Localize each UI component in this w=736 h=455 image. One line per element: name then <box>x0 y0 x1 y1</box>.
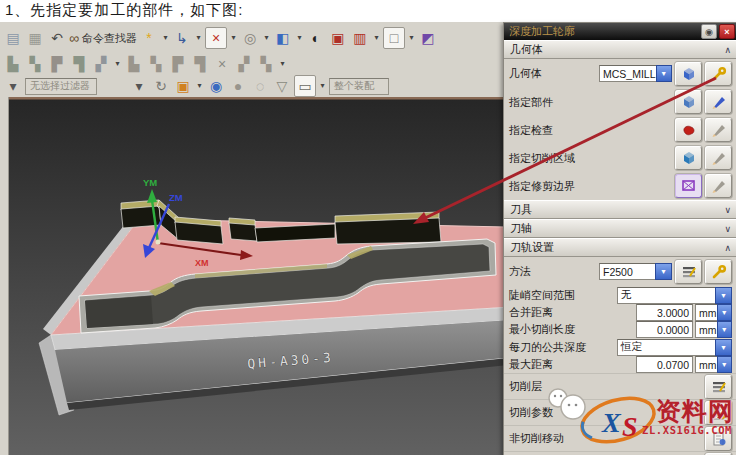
rect-select-icon[interactable]: ▭ <box>294 75 316 97</box>
visualize-dropdown[interactable]: ▾ <box>161 28 170 48</box>
save-icon[interactable]: ▦ <box>25 28 45 48</box>
view-window-icon[interactable]: × <box>205 27 227 49</box>
mill-op-1-icon[interactable]: ▙ <box>124 54 144 74</box>
merge-distance-field[interactable]: 3.0000 <box>636 304 693 321</box>
assembly-icon[interactable]: ▥ <box>350 28 370 48</box>
display-cut-area-button[interactable] <box>705 146 732 170</box>
chevron-down-icon[interactable]: ▼ <box>655 263 672 280</box>
row2-dropdown-1[interactable]: ▾ <box>113 54 122 74</box>
expand-icon[interactable]: ∨ <box>724 224 731 234</box>
edit-object-icon[interactable]: ▙ <box>3 54 23 74</box>
chevron-down-icon[interactable]: ▼ <box>717 304 733 321</box>
render-style-icon[interactable]: ◐ <box>306 28 326 48</box>
edit-geometry-button[interactable] <box>675 62 702 86</box>
mill-op-5-icon[interactable]: ▞ <box>234 54 254 74</box>
rect-select-dropdown[interactable]: ▾ <box>318 76 327 96</box>
cut-operation-icon[interactable]: ▚ <box>25 54 45 74</box>
edit-method-button[interactable] <box>675 260 702 284</box>
delete-op-icon[interactable]: × <box>212 54 232 74</box>
type-filter-dropdown[interactable]: ▾ <box>3 76 23 96</box>
viewport-3d[interactable]: QH-A30-3 XM YM ZM <box>8 97 506 455</box>
undo-icon[interactable]: ↶ <box>47 28 67 48</box>
watermark: X S 资料网 ZL.XS161G.COM <box>540 380 736 455</box>
dialog-title-bar[interactable]: 深度加工轮廓 ◉ × <box>504 23 736 40</box>
merge-distance-field-unit-combo[interactable]: mm▼ <box>693 304 732 321</box>
red-block-icon[interactable]: ▣ <box>328 28 348 48</box>
move-face-icon-glyph: ◩ <box>421 31 434 45</box>
command-finder-button[interactable]: ∞命令查找器 <box>69 28 137 48</box>
section-tool[interactable]: 刀具∨ <box>504 200 736 219</box>
view-dropdown[interactable]: ▾ <box>295 28 304 48</box>
view-window-dropdown[interactable]: ▾ <box>229 28 238 48</box>
selection-scope-field[interactable]: 整个装配 <box>329 78 389 95</box>
new-method-icon <box>710 264 728 280</box>
mill-op-2-icon[interactable]: ▚ <box>146 54 166 74</box>
display-check-button[interactable] <box>705 118 732 142</box>
snap-point-icon[interactable]: ▣ <box>173 76 193 96</box>
max-distance-field-unit-combo[interactable]: mm▼ <box>693 356 732 373</box>
specify-part-row-label: 指定部件 <box>509 95 672 110</box>
geometry-combo-select[interactable]: MCS_MILL▼ <box>599 65 672 82</box>
mill-op-4-icon[interactable]: ▜ <box>190 54 210 74</box>
chevron-down-icon[interactable]: ▼ <box>717 321 733 338</box>
display-part-button[interactable] <box>705 90 732 114</box>
expand-icon[interactable]: ∨ <box>724 205 731 215</box>
collapse-icon[interactable]: ∧ <box>724 45 731 55</box>
datum-icon[interactable]: ↳ <box>172 28 192 48</box>
row2-dropdown-2[interactable]: ▾ <box>278 54 287 74</box>
section-tool-axis[interactable]: 刀轴∨ <box>504 219 736 238</box>
scope-dropdown[interactable]: ▾ <box>129 76 149 96</box>
lasso-icon[interactable]: ◌ <box>250 76 270 96</box>
new-geometry-button[interactable] <box>705 62 732 86</box>
mill-op-3-icon[interactable]: ▛ <box>168 54 188 74</box>
dialog-options-icon[interactable]: ◉ <box>701 24 717 39</box>
curve-dropdown[interactable]: ▾ <box>262 28 271 48</box>
close-icon[interactable]: × <box>719 24 735 39</box>
snap-dropdown[interactable]: ▾ <box>195 76 204 96</box>
blank-view-dropdown[interactable]: ▾ <box>407 28 416 48</box>
min-cut-length-field[interactable]: 0.0000 <box>636 321 693 338</box>
max-distance-field[interactable]: 0.0700 <box>636 356 693 373</box>
snap-dropdown-glyph: ▾ <box>197 82 201 90</box>
curve-icon[interactable]: ◎ <box>240 28 260 48</box>
select-trim-boundary-button[interactable] <box>675 174 702 198</box>
mill-op-2-icon-glyph: ▚ <box>151 57 162 71</box>
collapse-icon[interactable]: ∧ <box>724 243 731 253</box>
mill-op-6-icon[interactable]: ▚ <box>256 54 276 74</box>
chevron-down-icon[interactable]: ▼ <box>717 356 733 373</box>
chevron-down-icon[interactable]: ▼ <box>715 287 732 304</box>
method-combo-select[interactable]: F2500▼ <box>599 263 672 280</box>
visualize-icon[interactable]: * <box>139 28 159 48</box>
axis-x-label: XM <box>195 258 209 268</box>
select-cut-area-button[interactable] <box>675 146 702 170</box>
generate-toolpath-icon[interactable]: ▞ <box>91 54 111 74</box>
assembly-dropdown[interactable]: ▾ <box>372 28 381 48</box>
section-geometry[interactable]: 几何体∧ <box>504 40 736 59</box>
refresh-selection-icon[interactable]: ↻ <box>151 76 171 96</box>
min-cut-length-field-unit-combo[interactable]: mm▼ <box>693 321 732 338</box>
depth-per-cut-combo-select[interactable]: 恒定▼ <box>617 339 732 356</box>
chevron-down-icon[interactable]: ▼ <box>715 339 732 356</box>
select-check-button[interactable] <box>675 118 702 142</box>
view-window-icon-glyph: × <box>212 31 220 45</box>
display-trim-boundary-button[interactable] <box>705 174 732 198</box>
move-face-icon[interactable]: ◩ <box>418 28 438 48</box>
copy-operation-icon[interactable]: ▛ <box>47 54 67 74</box>
sphere-select-icon[interactable]: ● <box>228 76 248 96</box>
section-path-settings[interactable]: 刀轨设置∧ <box>504 238 736 257</box>
hand-icon[interactable]: ▽ <box>272 76 292 96</box>
steep-range-combo-select[interactable]: 无▼ <box>617 287 732 304</box>
curve-icon-glyph: ◎ <box>244 31 256 45</box>
select-part-button[interactable] <box>675 90 702 114</box>
paste-icon[interactable]: ▤ <box>3 28 23 48</box>
specify-cut-area-row-label: 指定切削区域 <box>509 151 672 166</box>
paste-operation-icon[interactable]: ▜ <box>69 54 89 74</box>
orbit-icon[interactable]: ◉ <box>206 76 226 96</box>
new-method-button[interactable] <box>705 260 732 284</box>
min-cut-length-field: 最小切削长度0.0000mm▼ <box>504 321 736 338</box>
blank-view-icon[interactable]: □ <box>383 27 405 49</box>
datum-dropdown[interactable]: ▾ <box>194 28 203 48</box>
type-filter-field[interactable]: 无选择过滤器 <box>25 78 97 95</box>
isometric-view-icon[interactable]: ◧ <box>273 28 293 48</box>
chevron-down-icon[interactable]: ▼ <box>656 65 672 82</box>
